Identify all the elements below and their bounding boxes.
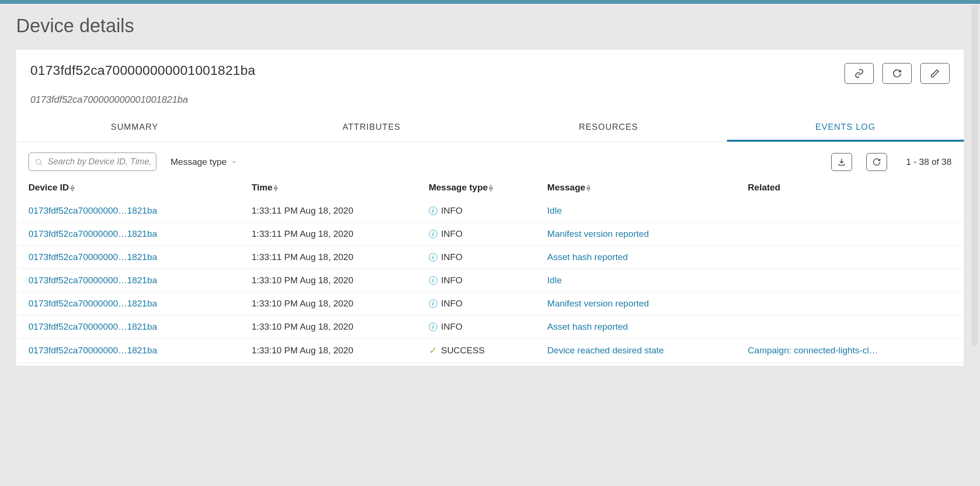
device-id-link[interactable]: 0173fdf52ca70000000…1821ba	[28, 322, 157, 332]
scrollbar[interactable]	[971, 5, 978, 346]
col-related: Related	[742, 176, 964, 199]
table-row: 0173fdf52ca70000000…1821ba1:33:11 PM Aug…	[16, 246, 964, 269]
pagination-text: 1 - 38 of 38	[906, 157, 952, 167]
sort-icon: △▽	[587, 185, 590, 191]
action-buttons	[844, 63, 950, 84]
related-cell	[742, 315, 964, 339]
info-icon: i	[429, 323, 437, 331]
chevron-down-icon	[231, 159, 237, 165]
table-controls: Message type 1 - 38 of 38	[16, 142, 964, 176]
download-button[interactable]	[831, 153, 852, 171]
tab-attributes[interactable]: ATTRIBUTES	[253, 114, 490, 142]
message-type-label: INFO	[441, 298, 463, 309]
table-row: 0173fdf52ca70000000…1821ba1:33:10 PM Aug…	[16, 269, 964, 292]
edit-button[interactable]	[920, 63, 950, 84]
related-cell	[742, 199, 964, 223]
col-device-id[interactable]: Device ID△▽	[16, 176, 246, 199]
pencil-icon	[930, 69, 940, 78]
col-message[interactable]: Message△▽	[542, 176, 742, 199]
message-link[interactable]: Manifest version reported	[547, 298, 649, 308]
related-cell	[742, 223, 964, 246]
related-cell	[742, 246, 964, 269]
refresh-icon	[892, 69, 902, 78]
table-refresh-button[interactable]	[866, 153, 887, 171]
message-type-cell: iINFO	[429, 252, 536, 262]
message-type-cell: iINFO	[429, 229, 536, 239]
message-type-label: INFO	[441, 229, 463, 239]
refresh-button[interactable]	[882, 63, 912, 84]
time-cell: 1:33:10 PM Aug 18, 2020	[246, 292, 423, 315]
search-icon	[35, 157, 43, 167]
content-card: 0173fdf52ca700000000001001821ba 0173fdf5…	[16, 50, 964, 366]
message-link[interactable]: Asset hash reported	[547, 322, 628, 332]
message-type-label: INFO	[441, 275, 463, 286]
tabs: SUMMARY ATTRIBUTES RESOURCES EVENTS LOG	[16, 114, 964, 142]
device-id-link[interactable]: 0173fdf52ca70000000…1821ba	[28, 345, 157, 355]
message-type-label: SUCCESS	[441, 345, 485, 356]
message-type-label: INFO	[441, 322, 463, 332]
message-type-cell: ✓SUCCESS	[429, 345, 536, 356]
sort-icon: △▽	[71, 185, 74, 191]
related-cell	[742, 269, 964, 292]
sort-icon: △▽	[489, 185, 493, 191]
message-type-cell: iINFO	[429, 298, 536, 309]
refresh-icon	[872, 158, 881, 166]
events-table: Device ID△▽ Time△▽ Message type△▽ Messag…	[16, 176, 964, 363]
time-cell: 1:33:10 PM Aug 18, 2020	[246, 339, 423, 363]
device-id-link[interactable]: 0173fdf52ca70000000…1821ba	[28, 229, 157, 239]
device-id-link[interactable]: 0173fdf52ca70000000…1821ba	[28, 252, 157, 262]
info-icon: i	[429, 230, 437, 238]
device-id-heading: 0173fdf52ca700000000001001821ba	[30, 63, 255, 78]
col-message-type[interactable]: Message type△▽	[423, 176, 542, 199]
tab-events-log[interactable]: EVENTS LOG	[727, 114, 964, 142]
check-icon: ✓	[429, 345, 437, 356]
tab-summary[interactable]: SUMMARY	[16, 114, 253, 142]
message-link[interactable]: Device reached desired state	[547, 345, 664, 355]
related-cell	[742, 292, 964, 315]
svg-point-0	[36, 159, 41, 164]
message-link[interactable]: Asset hash reported	[547, 252, 628, 262]
time-cell: 1:33:10 PM Aug 18, 2020	[246, 315, 423, 339]
message-link[interactable]: Idle	[547, 275, 562, 285]
device-id-subheading: 0173fdf52ca700000000001001821ba	[16, 90, 964, 114]
sort-icon: △▽	[274, 185, 278, 191]
card-header: 0173fdf52ca700000000001001821ba	[16, 50, 964, 90]
related-link[interactable]: Campaign: connected-lights-cl…	[748, 345, 878, 355]
related-cell: Campaign: connected-lights-cl…	[742, 339, 964, 363]
page-title: Device details	[0, 4, 980, 50]
table-row: 0173fdf52ca70000000…1821ba1:33:11 PM Aug…	[16, 199, 964, 223]
message-type-label: INFO	[441, 206, 463, 216]
device-id-link[interactable]: 0173fdf52ca70000000…1821ba	[28, 275, 157, 285]
message-type-cell: iINFO	[429, 206, 536, 216]
time-cell: 1:33:11 PM Aug 18, 2020	[246, 223, 423, 246]
info-icon: i	[429, 276, 437, 285]
table-row: 0173fdf52ca70000000…1821ba1:33:10 PM Aug…	[16, 339, 964, 363]
info-icon: i	[429, 207, 437, 215]
time-cell: 1:33:11 PM Aug 18, 2020	[246, 246, 423, 269]
info-icon: i	[429, 299, 437, 308]
message-type-cell: iINFO	[429, 322, 536, 332]
link-icon	[854, 69, 864, 78]
device-id-link[interactable]: 0173fdf52ca70000000…1821ba	[28, 298, 157, 308]
table-row: 0173fdf52ca70000000…1821ba1:33:11 PM Aug…	[16, 223, 964, 246]
col-time[interactable]: Time△▽	[246, 176, 423, 199]
info-icon: i	[429, 253, 437, 261]
message-type-cell: iINFO	[429, 275, 536, 286]
link-button[interactable]	[844, 63, 874, 84]
tab-resources[interactable]: RESOURCES	[490, 114, 727, 142]
search-input[interactable]	[48, 157, 150, 167]
time-cell: 1:33:11 PM Aug 18, 2020	[246, 199, 423, 223]
message-link[interactable]: Manifest version reported	[547, 229, 649, 239]
message-type-label: INFO	[441, 252, 463, 262]
message-link[interactable]: Idle	[547, 206, 562, 216]
filter-label: Message type	[171, 157, 227, 167]
top-accent-bar	[0, 0, 980, 4]
message-type-filter[interactable]: Message type	[171, 157, 237, 167]
table-row: 0173fdf52ca70000000…1821ba1:33:10 PM Aug…	[16, 315, 964, 339]
download-icon	[837, 158, 846, 166]
device-id-link[interactable]: 0173fdf52ca70000000…1821ba	[28, 206, 157, 216]
time-cell: 1:33:10 PM Aug 18, 2020	[246, 269, 423, 292]
search-wrap	[28, 153, 156, 171]
table-row: 0173fdf52ca70000000…1821ba1:33:10 PM Aug…	[16, 292, 964, 315]
